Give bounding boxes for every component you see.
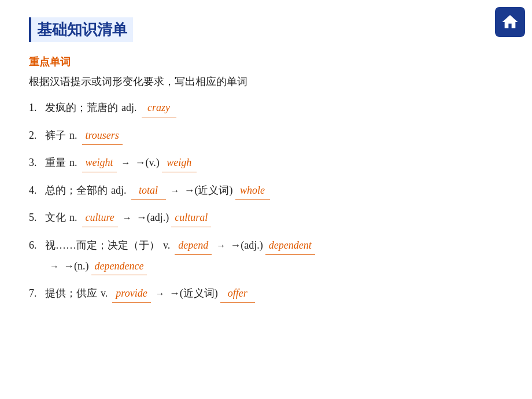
item-pos: n. bbox=[69, 154, 77, 172]
item-number: 2. bbox=[29, 127, 45, 145]
answer-word: culture bbox=[82, 209, 118, 227]
extra-transform-row: → →(n.) dependence bbox=[45, 257, 503, 276]
transform-answer: dependent bbox=[265, 237, 315, 255]
list-item: 7. 提供；供应 v. provide → →(近义词) offer bbox=[29, 285, 503, 303]
transform-label: →(近义词) bbox=[169, 285, 218, 302]
arrow-icon: → bbox=[216, 238, 226, 253]
vocabulary-list: 1. 发疯的；荒唐的 adj. crazy 2. 裤子 n. trousers … bbox=[29, 99, 503, 303]
answer-word: weight bbox=[82, 154, 117, 172]
section-label: 重点单词 bbox=[29, 55, 503, 69]
item-pos: v. bbox=[163, 237, 170, 254]
item-number: 4. bbox=[29, 182, 45, 200]
answer-word: provide bbox=[112, 285, 150, 303]
item-number: 3. bbox=[29, 154, 45, 172]
item-pos: v. bbox=[101, 285, 108, 302]
transform-answer: offer bbox=[220, 285, 255, 303]
item-number: 6. bbox=[29, 237, 45, 254]
list-item: 6. 视……而定；决定（于） v. depend → →(adj.) depen… bbox=[29, 237, 503, 275]
arrow-icon: → bbox=[171, 183, 180, 198]
transform-label: →(adj.) bbox=[136, 209, 169, 227]
answer-word: depend bbox=[175, 237, 212, 255]
item-chinese: 发疯的；荒唐的 bbox=[45, 99, 118, 117]
item-chinese: 裤子 bbox=[45, 127, 66, 145]
transform-answer: whole bbox=[235, 182, 270, 200]
answer-word: crazy bbox=[142, 99, 176, 117]
arrow-icon: → bbox=[123, 210, 132, 226]
transform-answer: dependence bbox=[91, 257, 147, 276]
instruction-text: 根据汉语提示或词形变化要求，写出相应的单词 bbox=[29, 75, 503, 88]
arrow-icon: → bbox=[156, 286, 165, 301]
home-icon bbox=[501, 13, 519, 31]
item-chinese: 重量 bbox=[45, 154, 66, 172]
list-item: 2. 裤子 n. trousers bbox=[29, 127, 503, 145]
transform-answer: cultural bbox=[171, 209, 211, 227]
item-chinese: 视……而定；决定（于） bbox=[45, 237, 160, 254]
arrow-icon: → bbox=[121, 155, 131, 171]
item-pos: adj. bbox=[111, 182, 127, 200]
answer-word: total bbox=[131, 182, 166, 200]
answer-word: trousers bbox=[82, 127, 123, 145]
list-item: 1. 发疯的；荒唐的 adj. crazy bbox=[29, 99, 503, 117]
item-pos: n. bbox=[69, 127, 77, 145]
list-item: 5. 文化 n. culture → →(adj.) cultural bbox=[29, 209, 503, 227]
transform-label: →(n.) bbox=[64, 257, 89, 275]
item-number: 7. bbox=[29, 285, 45, 302]
item-number: 1. bbox=[29, 99, 45, 117]
list-item: 4. 总的；全部的 adj. total → →(近义词) whole bbox=[29, 182, 503, 200]
item-chinese: 文化 bbox=[45, 209, 66, 227]
transform-label: →(adj.) bbox=[230, 237, 263, 254]
main-content: 基础知识清单 重点单词 根据汉语提示或词形变化要求，写出相应的单词 1. 发疯的… bbox=[0, 0, 532, 330]
item-chinese: 提供；供应 bbox=[45, 285, 97, 302]
list-item: 3. 重量 n. weight → →(v.) weigh bbox=[29, 154, 503, 172]
arrow-icon: → bbox=[50, 258, 59, 274]
transform-label: →(近义词) bbox=[184, 182, 233, 200]
item-number: 5. bbox=[29, 209, 45, 227]
home-button[interactable] bbox=[495, 7, 525, 37]
transform-answer: weigh bbox=[162, 154, 197, 172]
transform-label: →(v.) bbox=[135, 154, 160, 172]
item-pos: adj. bbox=[121, 99, 137, 117]
item-chinese: 总的；全部的 bbox=[45, 182, 108, 200]
page-title: 基础知识清单 bbox=[29, 17, 133, 42]
item-pos: n. bbox=[69, 209, 77, 227]
